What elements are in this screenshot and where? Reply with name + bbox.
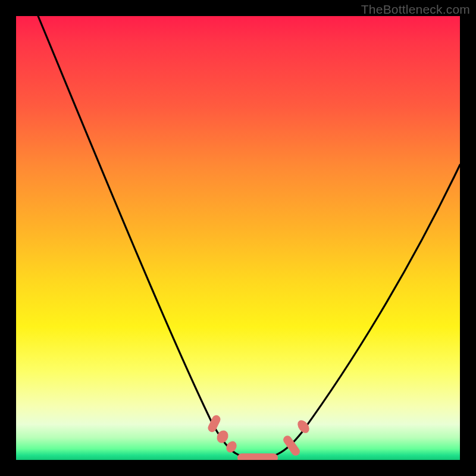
marker-left-3 xyxy=(224,439,239,455)
watermark-text: TheBottleneck.com xyxy=(361,2,470,17)
plot-area xyxy=(16,16,460,460)
chart-frame: TheBottleneck.com xyxy=(0,0,476,476)
markers-group xyxy=(206,414,312,460)
bottleneck-curve xyxy=(38,16,460,458)
chart-svg xyxy=(16,16,460,460)
marker-trough xyxy=(237,453,278,460)
